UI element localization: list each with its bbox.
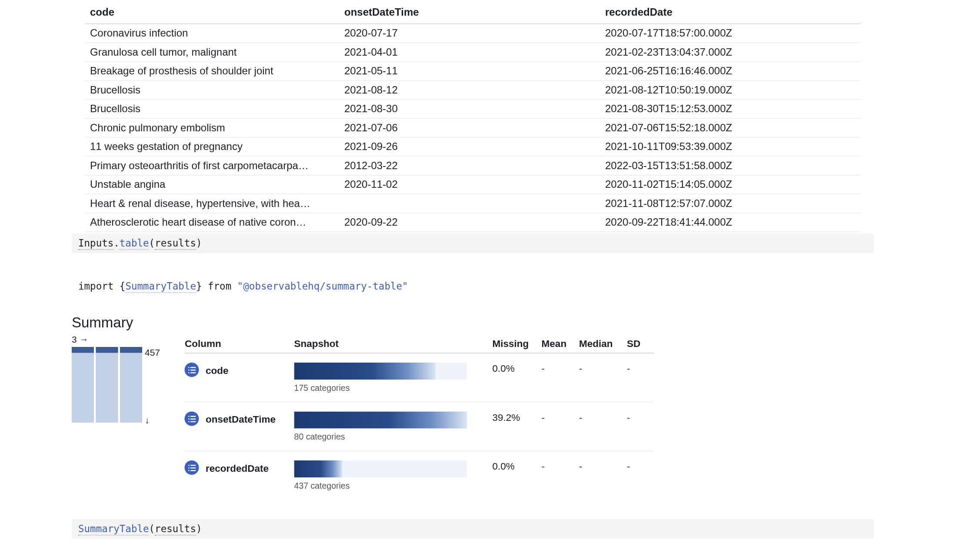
- mini-col-bar: [120, 347, 142, 423]
- table-cell: 2021-05-11: [339, 62, 600, 81]
- table-row[interactable]: Brucellosis2021-08-302021-08-30T15:12:53…: [85, 100, 861, 119]
- summary-heading: Summary: [72, 314, 959, 331]
- table-cell: 2021-08-12T10:50:19.000Z: [600, 80, 861, 100]
- table-row[interactable]: Breakage of prosthesis of shoulder joint…: [85, 62, 861, 81]
- summary-mean: -: [542, 402, 579, 451]
- summary-missing: 0.0%: [492, 451, 541, 500]
- th-onset[interactable]: onsetDateTime: [339, 0, 600, 24]
- summary-median: -: [579, 451, 627, 500]
- snapshot-bar: [294, 363, 467, 380]
- list-icon: [185, 363, 199, 377]
- code-paren: (: [149, 237, 155, 249]
- summary-missing: 39.2%: [492, 402, 541, 451]
- summary-median: -: [579, 353, 627, 402]
- summary-row: onsetDateTime80 categories39.2%---: [185, 402, 654, 451]
- table-row[interactable]: Granulosa cell tumor, malignant2021-04-0…: [85, 43, 861, 62]
- table-cell: [339, 194, 600, 213]
- mini-col-bar: [96, 347, 118, 423]
- svg-rect-7: [190, 416, 196, 417]
- code-cell-inputs-table[interactable]: Inputs.table(results): [72, 233, 874, 253]
- table-cell: Heart & renal disease, hypertensive, wit…: [85, 194, 339, 213]
- list-icon: [185, 412, 199, 426]
- mini-col-bar: [72, 347, 94, 423]
- code-module: "@observablehq/summary-table": [237, 280, 408, 292]
- table-cell: Chronic pulmonary embolism: [85, 118, 339, 137]
- table-row[interactable]: Chronic pulmonary embolism2021-07-062021…: [85, 118, 861, 137]
- table-row[interactable]: 11 weeks gestation of pregnancy2021-09-2…: [85, 137, 861, 157]
- table-cell: Brucellosis: [85, 100, 339, 119]
- th-recorded[interactable]: recordedDate: [600, 0, 861, 24]
- table-cell: 2012-03-22: [339, 156, 600, 175]
- svg-rect-2: [188, 369, 189, 370]
- table-row[interactable]: Unstable angina2020-11-022020-11-02T15:1…: [85, 175, 861, 194]
- table-row[interactable]: Atherosclerotic heart disease of native …: [85, 213, 861, 232]
- code-brace: {: [113, 280, 125, 292]
- table-cell: Granulosa cell tumor, malignant: [85, 43, 339, 62]
- svg-rect-5: [190, 372, 196, 373]
- code-keyword: import: [78, 280, 113, 292]
- svg-rect-13: [190, 464, 196, 465]
- svg-rect-0: [188, 367, 189, 367]
- st-h-median: Median: [579, 334, 627, 353]
- code-arg: results: [155, 523, 196, 536]
- code-keyword: from: [208, 280, 231, 292]
- code-cell-summarytable[interactable]: SummaryTable(results): [72, 519, 874, 539]
- svg-rect-10: [188, 421, 189, 422]
- table-cell: 2020-11-02T15:14:05.000Z: [600, 175, 861, 194]
- table-row[interactable]: Coronavirus infection2020-07-172020-07-1…: [85, 24, 861, 43]
- svg-rect-11: [190, 421, 196, 422]
- svg-rect-1: [190, 367, 196, 367]
- table-cell: 2021-02-23T13:04:37.000Z: [600, 43, 861, 62]
- snapshot-bar: [294, 412, 467, 429]
- summary-mini-preview: 3 → 457 ↓: [72, 334, 160, 425]
- table-cell: Primary osteoarthritis of first carpomet…: [85, 156, 339, 175]
- snapshot-bar: [294, 460, 467, 477]
- summary-table: Column Snapshot Missing Mean Median SD c…: [185, 334, 654, 500]
- svg-rect-12: [188, 464, 189, 465]
- table-cell: 2020-11-02: [339, 175, 600, 194]
- summary-col-name: code: [206, 364, 229, 376]
- table-row[interactable]: Heart & renal disease, hypertensive, wit…: [85, 194, 861, 213]
- table-cell: Breakage of prosthesis of shoulder joint: [85, 62, 339, 81]
- table-cell: 11 weeks gestation of pregnancy: [85, 137, 339, 157]
- table-cell: 2020-07-17: [339, 24, 600, 43]
- results-table[interactable]: code onsetDateTime recordedDate Coronavi…: [85, 0, 861, 232]
- mini-row-count: 457: [145, 334, 160, 357]
- st-h-column: Column: [185, 334, 294, 353]
- table-row[interactable]: Brucellosis2021-08-122021-08-12T10:50:19…: [85, 80, 861, 100]
- arrow-down-icon: ↓: [145, 415, 160, 425]
- svg-rect-8: [188, 418, 189, 419]
- table-row[interactable]: Primary osteoarthritis of first carpomet…: [85, 156, 861, 175]
- table-cell: 2021-08-30T15:12:53.000Z: [600, 100, 861, 119]
- st-h-sd: SD: [627, 334, 654, 353]
- summary-missing: 0.0%: [492, 353, 541, 402]
- table-cell: 2020-07-17T18:57:00.000Z: [600, 24, 861, 43]
- mini-col-count: 3: [72, 334, 77, 344]
- summary-row: recordedDate437 categories0.0%---: [185, 451, 654, 500]
- svg-rect-14: [188, 467, 189, 468]
- st-h-mean: Mean: [542, 334, 579, 353]
- summary-sd: -: [627, 451, 654, 500]
- table-cell: 2021-06-25T16:16:46.000Z: [600, 62, 861, 81]
- th-code[interactable]: code: [85, 0, 339, 24]
- code-paren: (: [149, 523, 155, 535]
- summary-sd: -: [627, 353, 654, 402]
- code-token: Inputs: [78, 237, 113, 250]
- table-cell: 2021-07-06: [339, 118, 600, 137]
- code-arg: results: [155, 237, 196, 250]
- table-cell: 2021-11-08T12:57:07.000Z: [600, 194, 861, 213]
- table-header-row: code onsetDateTime recordedDate: [85, 0, 861, 24]
- code-brace: }: [196, 280, 208, 292]
- svg-rect-15: [190, 467, 196, 468]
- table-cell: 2021-09-26: [339, 137, 600, 157]
- st-h-snapshot: Snapshot: [294, 334, 493, 353]
- code-cell-import[interactable]: import {SummaryTable} from "@observableh…: [72, 277, 874, 296]
- table-cell: 2020-09-22T18:41:44.000Z: [600, 213, 861, 232]
- svg-rect-3: [190, 369, 196, 370]
- summary-col-name: onsetDateTime: [206, 413, 276, 424]
- summary-col-name: recordedDate: [206, 462, 269, 473]
- table-cell: 2021-04-01: [339, 43, 600, 62]
- mini-thumbnail: [72, 347, 142, 423]
- st-h-missing: Missing: [492, 334, 541, 353]
- summary-sd: -: [627, 402, 654, 451]
